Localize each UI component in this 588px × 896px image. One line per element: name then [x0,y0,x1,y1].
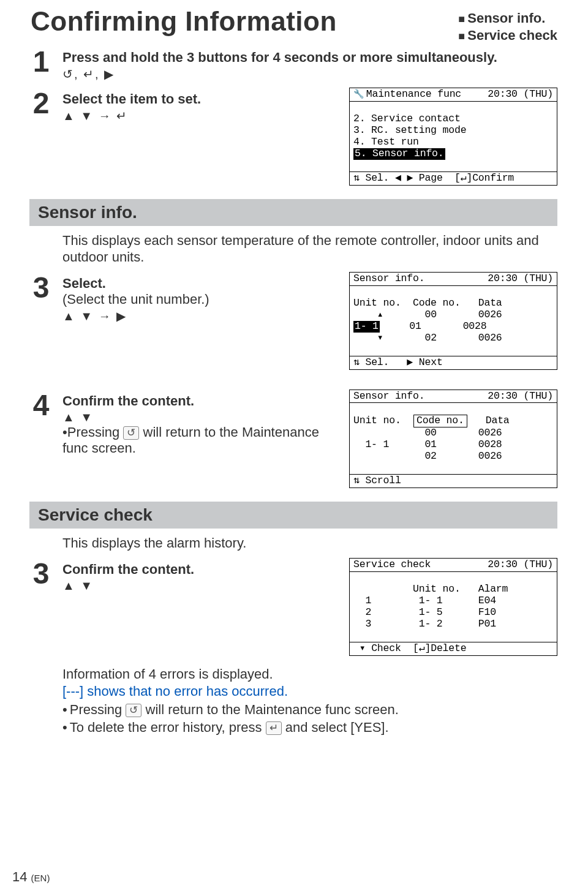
step2-text: Select the item to set. [62,91,331,107]
section-bar-service-check: Service check [29,502,557,529]
step2-keys: ▲ ▼ → ↵ [62,108,331,123]
lcd-maintenance-func: Maintenance func20:30 (THU) 2. Service c… [349,88,557,186]
sensor-info-desc: This displays each sensor temperature of… [62,232,557,266]
step3b-bold: Confirm the content. [62,562,331,578]
note-errors-count: Information of 4 errors is displayed. [62,666,557,683]
return-icon: ↺ [123,426,139,440]
note-no-error: [---] shows that no error has occurred. [62,683,557,701]
step-number-3b: 3 [31,559,51,589]
section-bar-sensor-info: Sensor info. [29,199,557,226]
lcd-sensor-info-select: Sensor info.20:30 (THU) Unit no. Code no… [349,272,557,370]
step3a-bold: Select. [62,276,331,292]
step-number-1: 1 [31,47,51,77]
lcd-sensor-info-confirm: Sensor info.20:30 (THU) Unit no. Code no… [349,390,557,489]
note-return: •Pressing ↺ will return to the Maintenan… [62,701,557,719]
service-check-desc: This displays the alarm history. [62,535,557,552]
step1-keys: ↺, ↵, ▶ [62,67,557,81]
step3a-keys: ▲ ▼ → ▶ [62,309,331,323]
page-title: Confirming Information [31,6,446,37]
bullet-sensor-info: ■Sensor info. [458,10,557,27]
step-number-2: 2 [31,89,51,118]
step3b-keys: ▲ ▼ [62,579,331,593]
return-icon: ↺ [126,704,141,717]
bullet-service-check: ■Service check [458,27,557,44]
step4-keys: ▲ ▼ [62,410,331,424]
step4-note: •Pressing ↺ will return to the Maintenan… [62,424,331,456]
step1-text: Press and hold the 3 buttons for 4 secon… [62,50,557,66]
lcd-service-check: Service check20:30 (THU) Unit no. Alarm … [349,558,557,656]
section-list: ■Sensor info. ■Service check [458,6,557,43]
note-delete: •To delete the error history, press ↵ an… [62,718,557,737]
step-number-3a: 3 [31,273,51,303]
enter-icon: ↵ [266,721,282,735]
page-number: 14 (EN) [12,869,50,885]
step3a-paren: (Select the unit number.) [62,292,331,307]
step-number-4: 4 [31,391,51,420]
step4-bold: Confirm the content. [62,393,331,409]
